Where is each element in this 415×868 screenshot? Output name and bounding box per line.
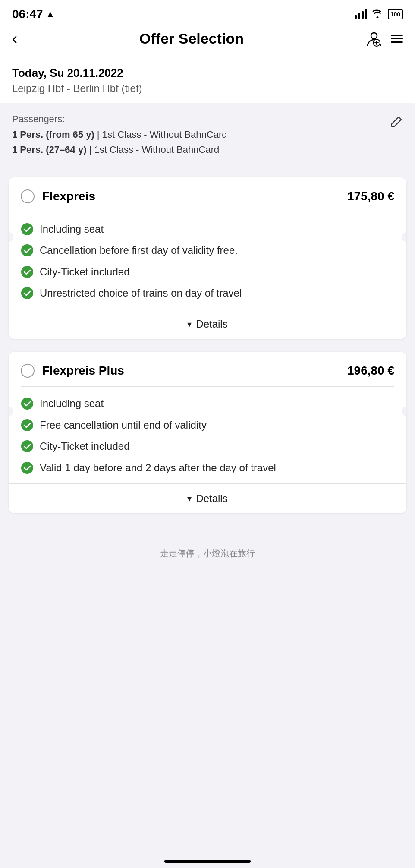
page-title: Offer Selection [17,30,366,47]
flexpreis-plus-radio-button[interactable] [21,364,35,378]
flexpreis-plus-details-button[interactable]: ▾ Details [9,483,406,513]
hamburger-line [391,38,403,39]
trip-route: Leipzig Hbf - Berlin Hbf (tief) [12,82,403,95]
check-icon [21,287,34,300]
flexpreis-price: 175,80 € [347,189,394,203]
feature-item: City-Ticket included [21,439,394,454]
trip-date: Today, Su 20.11.2022 [12,66,403,80]
passenger-2-row: 1 Pers. (27–64 y) | 1st Class - Without … [12,143,227,157]
hamburger-line [391,41,403,43]
passengers-info: Passengers: 1 Pers. (from 65 y) | 1st Cl… [12,114,227,158]
trip-info: Today, Su 20.11.2022 Leipzig Hbf - Berli… [0,54,415,103]
feature-item: Free cancellation until end of validity [21,418,394,432]
flexpreis-plus-features: Including seat Free cancellation until e… [9,387,406,483]
nav-actions [366,31,403,47]
battery-icon: 100 [388,9,403,19]
home-indicator [164,860,251,863]
svg-point-5 [21,287,33,299]
passenger-1-row: 1 Pers. (from 65 y) | 1st Class - Withou… [12,128,227,142]
menu-button[interactable] [391,35,403,43]
svg-point-6 [21,398,33,410]
offer-card-flexpreis: Flexpreis 175,80 € Including seat Cancel… [9,177,406,339]
status-bar: 06:47 ▲ 100 [0,0,415,26]
flexpreis-name: Flexpreis [42,189,95,203]
flexpreis-details-button[interactable]: ▾ Details [9,309,406,339]
feature-item: Valid 1 day before and 2 days after the … [21,461,394,475]
account-icon[interactable] [366,31,382,47]
chevron-down-icon: ▾ [187,319,192,329]
svg-point-2 [21,223,33,235]
offers-container: Flexpreis 175,80 € Including seat Cancel… [0,169,415,544]
status-icons: 100 [355,9,403,20]
feature-item: Unrestricted choice of trains on day of … [21,286,394,300]
check-icon [21,397,34,410]
passengers-label: Passengers: [12,114,227,125]
flexpreis-plus-name: Flexpreis Plus [42,364,124,378]
offer-card-flexpreis-plus: Flexpreis Plus 196,80 € Including seat F… [9,352,406,513]
time-display: 06:47 [12,7,43,21]
check-icon [21,461,34,474]
svg-point-7 [21,419,33,431]
check-icon [21,223,34,236]
flexpreis-features: Including seat Cancellation before first… [9,212,406,309]
offer-header-flexpreis-plus: Flexpreis Plus 196,80 € [9,352,406,386]
hamburger-line [391,35,403,36]
nav-header: ‹ Offer Selection [0,26,415,54]
svg-point-4 [21,266,33,278]
check-icon [21,244,34,257]
svg-point-8 [21,440,33,452]
chevron-down-icon: ▾ [187,493,192,504]
status-time: 06:47 ▲ [12,7,55,21]
check-icon [21,440,34,453]
check-icon [21,419,34,432]
edit-passengers-button[interactable] [390,115,403,131]
feature-item: Including seat [21,396,394,411]
feature-item: Including seat [21,222,394,237]
offer-header-flexpreis: Flexpreis 175,80 € [9,177,406,212]
watermark: 走走停停，小燈泡在旅行 [0,543,415,559]
feature-item: City-Ticket included [21,265,394,279]
flexpreis-plus-price: 196,80 € [347,364,394,378]
feature-item: Cancellation before first day of validit… [21,243,394,258]
svg-point-9 [21,462,33,474]
passengers-section: Passengers: 1 Pers. (from 65 y) | 1st Cl… [0,103,415,169]
location-arrow-icon: ▲ [46,9,55,20]
signal-icon [355,10,367,19]
svg-point-3 [21,244,33,256]
svg-point-0 [371,33,377,39]
back-button[interactable]: ‹ [12,31,17,47]
wifi-icon [371,9,384,20]
flexpreis-radio-button[interactable] [21,189,35,203]
check-icon [21,265,34,278]
